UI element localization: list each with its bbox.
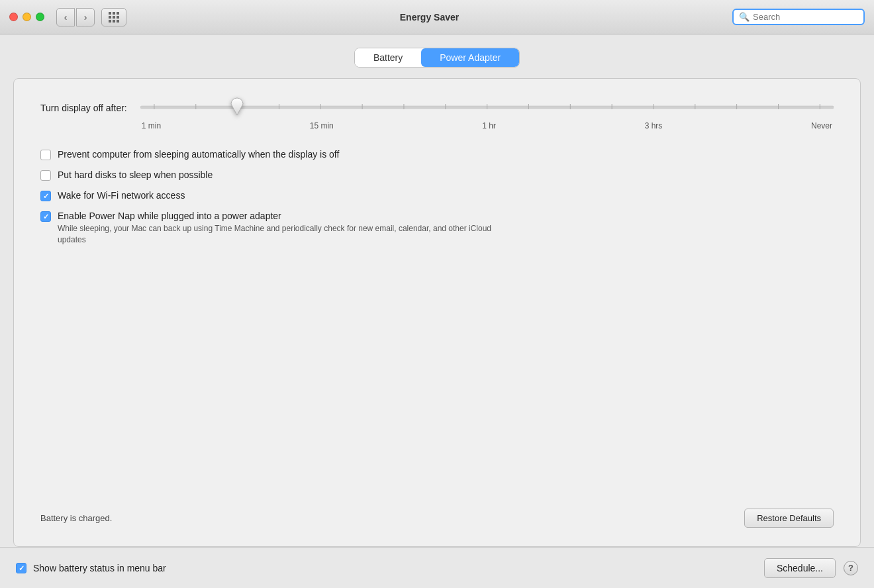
nav-buttons: ‹ ›	[56, 8, 95, 26]
search-box[interactable]: 🔍	[732, 9, 865, 25]
checkbox-text-prevent-sleep: Prevent computer from sleeping automatic…	[58, 149, 339, 160]
traffic-lights	[9, 13, 44, 21]
bottom-bar: Show battery status in menu bar Schedule…	[0, 547, 874, 588]
checkbox-prevent-sleep[interactable]	[40, 150, 51, 160]
thumb-svg	[230, 97, 244, 116]
close-button[interactable]	[9, 13, 18, 21]
restore-defaults-button[interactable]: Restore Defaults	[744, 509, 834, 528]
bottom-right: Schedule... ?	[764, 558, 858, 578]
checkbox-item-wifi: Wake for Wi-Fi network access	[40, 190, 834, 201]
slider-label-15min: 15 min	[310, 121, 334, 130]
grid-icon	[109, 12, 119, 23]
slider-labels: 1 min 15 min 1 hr 3 hrs Never	[140, 121, 834, 130]
slider-container: 1 min 15 min 1 hr 3 hrs Never	[140, 97, 834, 130]
slider-section: Turn display off after:	[40, 97, 834, 130]
slider-label-never: Never	[811, 121, 832, 130]
show-battery-label: Show battery status in menu bar	[33, 563, 166, 573]
checkbox-item-hard-disks: Put hard disks to sleep when possible	[40, 170, 834, 181]
checkbox-show-battery[interactable]	[16, 563, 26, 573]
checkbox-text-wifi: Wake for Wi-Fi network access	[58, 190, 185, 201]
checkbox-label-power-nap: Enable Power Nap while plugged into a po…	[58, 211, 521, 221]
checkbox-item-power-nap: Enable Power Nap while plugged into a po…	[40, 211, 834, 246]
titlebar: ‹ › Energy Saver 🔍	[0, 0, 874, 34]
forward-button[interactable]: ›	[76, 8, 95, 26]
tab-control: Battery Power Adapter	[354, 48, 520, 68]
slider-wrapper[interactable]	[140, 97, 834, 117]
help-button[interactable]: ?	[844, 561, 858, 575]
search-icon: 🔍	[739, 12, 750, 22]
checkbox-label-prevent-sleep: Prevent computer from sleeping automatic…	[58, 149, 339, 160]
grid-button[interactable]	[101, 8, 126, 26]
tab-battery[interactable]: Battery	[355, 48, 421, 67]
show-battery-group: Show battery status in menu bar	[16, 562, 166, 573]
panel-bottom: Battery is charged. Restore Defaults	[40, 498, 834, 528]
checkbox-label-wifi: Wake for Wi-Fi network access	[58, 190, 185, 201]
tab-power-adapter[interactable]: Power Adapter	[421, 48, 519, 67]
slider-thumb[interactable]	[230, 97, 244, 119]
slider-label-1min: 1 min	[142, 121, 161, 130]
schedule-button[interactable]: Schedule...	[764, 558, 836, 578]
checkbox-item-prevent-sleep: Prevent computer from sleeping automatic…	[40, 149, 834, 160]
window-title: Energy Saver	[133, 12, 726, 23]
checkbox-text-hard-disks: Put hard disks to sleep when possible	[58, 170, 213, 180]
checkbox-group: Prevent computer from sleeping automatic…	[40, 149, 834, 246]
slider-label: Turn display off after:	[40, 97, 127, 113]
checkbox-wifi[interactable]	[40, 191, 51, 201]
slider-track-wrap	[140, 97, 834, 117]
checkbox-power-nap[interactable]	[40, 211, 51, 222]
minimize-button[interactable]	[23, 13, 31, 21]
settings-panel: Turn display off after:	[13, 78, 861, 547]
battery-status: Battery is charged.	[40, 513, 112, 523]
checkbox-text-power-nap: Enable Power Nap while plugged into a po…	[58, 211, 521, 246]
slider-label-1hr: 1 hr	[482, 121, 496, 130]
checkbox-label-hard-disks: Put hard disks to sleep when possible	[58, 170, 213, 180]
main-content: Battery Power Adapter Turn display off a…	[0, 34, 874, 547]
search-input[interactable]	[753, 12, 858, 22]
maximize-button[interactable]	[36, 13, 44, 21]
back-button[interactable]: ‹	[56, 8, 75, 26]
checkbox-sublabel-power-nap: While sleeping, your Mac can back up usi…	[58, 223, 521, 246]
checkbox-hard-disks[interactable]	[40, 170, 51, 181]
slider-label-3hrs: 3 hrs	[645, 121, 663, 130]
